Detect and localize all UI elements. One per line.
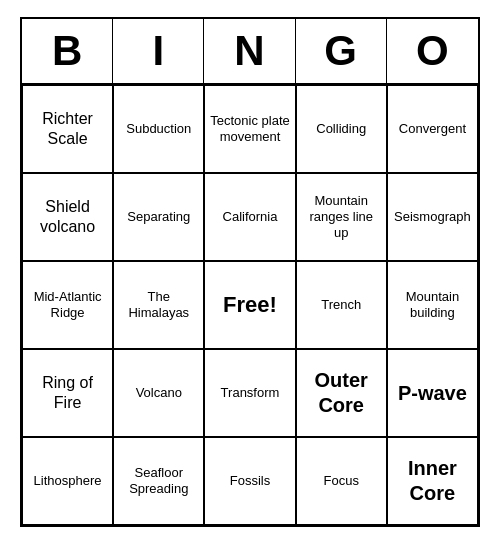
bingo-cell-7: California [204, 173, 295, 261]
bingo-letter-b: B [22, 19, 113, 83]
bingo-cell-15: Ring of Fire [22, 349, 113, 437]
bingo-cell-12: Free! [204, 261, 295, 349]
bingo-cell-20: Lithosphere [22, 437, 113, 525]
bingo-cell-19: P-wave [387, 349, 478, 437]
bingo-cell-3: Colliding [296, 85, 387, 173]
bingo-cell-5: Shield volcano [22, 173, 113, 261]
bingo-cell-8: Mountain ranges line up [296, 173, 387, 261]
bingo-cell-4: Convergent [387, 85, 478, 173]
bingo-cell-24: Inner Core [387, 437, 478, 525]
bingo-letter-i: I [113, 19, 204, 83]
bingo-cell-1: Subduction [113, 85, 204, 173]
bingo-letter-n: N [204, 19, 295, 83]
bingo-letter-g: G [296, 19, 387, 83]
bingo-cell-6: Separating [113, 173, 204, 261]
bingo-cell-18: Outer Core [296, 349, 387, 437]
bingo-cell-17: Transform [204, 349, 295, 437]
bingo-cell-21: Seafloor Spreading [113, 437, 204, 525]
bingo-letter-o: O [387, 19, 478, 83]
bingo-cell-10: Mid-Atlantic Ridge [22, 261, 113, 349]
bingo-grid: Richter ScaleSubductionTectonic plate mo… [22, 85, 478, 525]
bingo-header: BINGO [22, 19, 478, 85]
bingo-cell-0: Richter Scale [22, 85, 113, 173]
bingo-cell-22: Fossils [204, 437, 295, 525]
bingo-cell-2: Tectonic plate movement [204, 85, 295, 173]
bingo-cell-11: The Himalayas [113, 261, 204, 349]
bingo-cell-14: Mountain building [387, 261, 478, 349]
bingo-card: BINGO Richter ScaleSubductionTectonic pl… [20, 17, 480, 527]
bingo-cell-16: Volcano [113, 349, 204, 437]
bingo-cell-9: Seismograph [387, 173, 478, 261]
bingo-cell-23: Focus [296, 437, 387, 525]
bingo-cell-13: Trench [296, 261, 387, 349]
